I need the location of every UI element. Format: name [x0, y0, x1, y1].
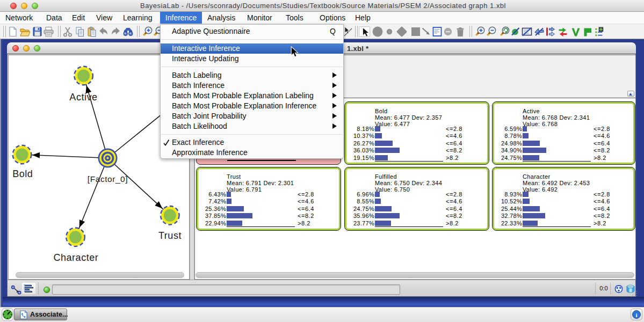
svg-text:Bold: Bold	[12, 169, 33, 179]
svg-text:[Factor_0]: [Factor_0]	[88, 174, 128, 184]
svg-text:Active: Active	[69, 92, 97, 103]
svg-text:Trust: Trust	[158, 230, 182, 241]
svg-text:Character: Character	[53, 252, 98, 263]
